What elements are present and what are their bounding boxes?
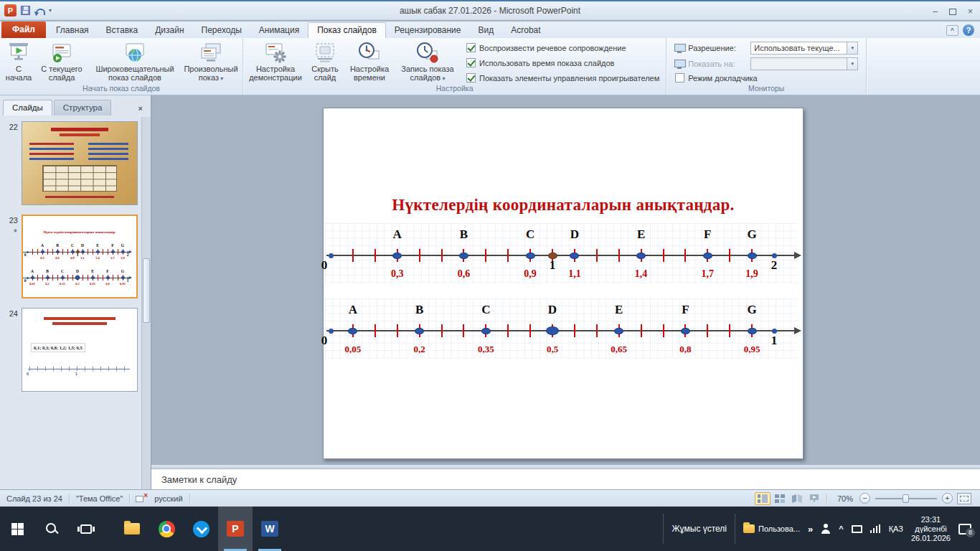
zoom-out-button[interactable]: −: [859, 493, 870, 504]
reading-view-button[interactable]: [789, 492, 805, 505]
tick-mark: [729, 324, 730, 337]
network-tray-icon[interactable]: [870, 524, 881, 533]
hidden-icons-chevron-icon[interactable]: ^: [839, 524, 843, 533]
decorative-bar: [60, 133, 100, 136]
ribbon-tab-Дизайн[interactable]: Дизайн: [146, 23, 192, 38]
language-switcher[interactable]: ҚАЗ: [889, 524, 903, 533]
data-point-G: [748, 253, 757, 259]
taskbar-clock[interactable]: 23:31 дүйсенбі 26.01.2026: [911, 515, 951, 543]
toolbar-overflow-icon[interactable]: »: [808, 524, 813, 534]
window-title: ашык сабак 27.01.2026 - Microsoft PowerP…: [400, 6, 580, 16]
ribbon-tab-Acrobat[interactable]: Acrobat: [502, 23, 549, 38]
ribbon-tab-Вид[interactable]: Вид: [470, 23, 503, 38]
point-letter-D: D: [81, 243, 84, 248]
panel-scrollbar[interactable]: [141, 117, 151, 489]
normal-view-button[interactable]: [755, 492, 771, 505]
display-tray-icon[interactable]: [852, 525, 862, 533]
slideshow-view-button[interactable]: [806, 492, 822, 505]
ribbon-tab-Главная[interactable]: Главная: [47, 23, 98, 38]
point-letter-A: A: [31, 269, 34, 273]
desktop-toolbar[interactable]: Жұмыс үстелі: [672, 524, 727, 534]
maximize-button[interactable]: [949, 9, 956, 15]
point-value-B: 0,2: [413, 344, 425, 355]
undo-icon[interactable]: [34, 7, 44, 14]
dropdown-value: Использовать текуще...: [751, 44, 847, 52]
qat-dropdown-icon[interactable]: ▾: [49, 7, 52, 14]
panel-close-icon[interactable]: ×: [133, 101, 148, 116]
notes-panel[interactable]: Заметки к слайду: [151, 465, 980, 489]
save-icon[interactable]: [21, 6, 30, 15]
broadcast-slideshow-button[interactable]: Широковещательныйпоказ слайдов: [88, 39, 182, 84]
help-icon[interactable]: ?: [963, 24, 974, 36]
dropdown-arrow-icon[interactable]: ▾: [847, 58, 857, 70]
slide-thumbnail-24[interactable]: 0,1; 0,3; 0,8; 1,2; 1,5; 0,501: [22, 308, 138, 392]
user-folder-toolbar[interactable]: Пользова...: [743, 524, 800, 533]
point-letter-A: A: [393, 227, 402, 242]
zoom-level[interactable]: 70%: [831, 494, 859, 503]
start-button[interactable]: [0, 507, 34, 551]
people-icon[interactable]: [821, 524, 831, 534]
field-dropdown[interactable]: Использовать текуще...▾: [750, 42, 858, 55]
thumbnail-table-grid: [42, 165, 117, 192]
field-dropdown[interactable]: ▾: [750, 57, 858, 70]
decorative-bar: [45, 367, 46, 371]
ribbon-tab-Показ слайдов[interactable]: Показ слайдов: [308, 22, 386, 38]
chrome-icon: [159, 521, 175, 537]
spellcheck-icon[interactable]: ×: [135, 493, 148, 504]
hide-slide-button[interactable]: Скрытьслайд: [306, 39, 344, 84]
record-slideshow-button[interactable]: Запись показаслайдов ▾: [395, 39, 461, 84]
rehearse-timings-button[interactable]: Настройкавремени: [344, 39, 395, 84]
tab-outline[interactable]: Структура: [54, 100, 112, 116]
dropdown-arrow-icon[interactable]: ▾: [847, 42, 857, 54]
point-value-A: 0,05: [345, 344, 362, 355]
ribbon-tab-Рецензирование[interactable]: Рецензирование: [386, 23, 470, 38]
from-current-slide-button[interactable]: С текущегослайда: [35, 39, 88, 84]
ribbon-tab-Анимация[interactable]: Анимация: [250, 23, 308, 38]
setup-slideshow-button[interactable]: Настройкадемонстрации: [245, 39, 306, 84]
scrollbar-thumb[interactable]: [143, 258, 150, 323]
ribbon-tab-Вставка[interactable]: Вставка: [98, 23, 147, 38]
fit-to-window-button[interactable]: [957, 493, 971, 504]
ribbon-tab-Переходы[interactable]: Переходы: [193, 23, 250, 38]
minimize-ribbon-icon[interactable]: ^: [946, 25, 958, 36]
file-explorer-button[interactable]: [115, 507, 149, 551]
custom-slideshow-button[interactable]: Произвольныйпоказ ▾: [182, 39, 240, 84]
task-view-button[interactable]: [69, 507, 103, 551]
language-indicator[interactable]: русский: [148, 494, 189, 503]
word-taskbar-button[interactable]: W: [253, 507, 287, 551]
blue-circle-app-button[interactable]: [184, 507, 218, 551]
monitor-icon: [674, 60, 684, 69]
decorative-bar: [88, 148, 128, 150]
slide-title[interactable]: Нүктелердің координаталарын анықтаңдар.: [324, 196, 803, 215]
powerpoint-logo-icon[interactable]: P: [4, 4, 17, 17]
tick-mark: [397, 324, 398, 337]
point-value-E: 1,4: [635, 268, 648, 280]
tab-slides[interactable]: Слайды: [3, 100, 52, 116]
status-bar: Слайд 23 из 24 "Тема Office" × русский 7…: [0, 489, 980, 507]
slide-canvas[interactable]: Нүктелердің координаталарын анықтаңдар. …: [323, 108, 804, 459]
ribbon-tab-Файл[interactable]: Файл: [1, 22, 46, 38]
tick-mark: [463, 324, 464, 337]
zoom-in-button[interactable]: +: [942, 493, 953, 504]
powerpoint-taskbar-button[interactable]: P: [218, 507, 253, 551]
action-center-icon[interactable]: 8: [958, 524, 971, 534]
search-button[interactable]: [34, 507, 69, 551]
minimize-button[interactable]: –: [933, 6, 938, 17]
broadcast-icon: [123, 41, 146, 64]
from-beginning-button[interactable]: Сначала: [2, 39, 35, 84]
slide-sorter-view-button[interactable]: [772, 492, 788, 505]
checkbox-icon: [466, 73, 476, 83]
close-button[interactable]: ×: [968, 6, 973, 17]
setup-checkbox-1[interactable]: Использовать время показа слайдов: [466, 58, 659, 67]
presenter-mode-checkbox[interactable]: Режим докладчика: [674, 73, 858, 83]
slide-thumbnail-22[interactable]: [22, 121, 138, 205]
screen-play-small-icon: [50, 41, 73, 64]
setup-checkbox-0[interactable]: Воспроизвести речевое сопровождение: [466, 43, 659, 52]
zoom-slider-thumb[interactable]: [903, 494, 909, 503]
setup-checkbox-2[interactable]: Показать элементы управления проигрывате…: [466, 73, 659, 83]
data-point-D: [570, 253, 579, 259]
zoom-slider[interactable]: [875, 498, 937, 499]
slide-thumbnail-23[interactable]: Нүктелердің координаталарын анықтаңдар.0…: [22, 215, 138, 298]
ribbon-tab-list: ФайлГлавнаяВставкаДизайнПереходыАнимация…: [0, 22, 550, 38]
chrome-button[interactable]: [149, 507, 184, 551]
